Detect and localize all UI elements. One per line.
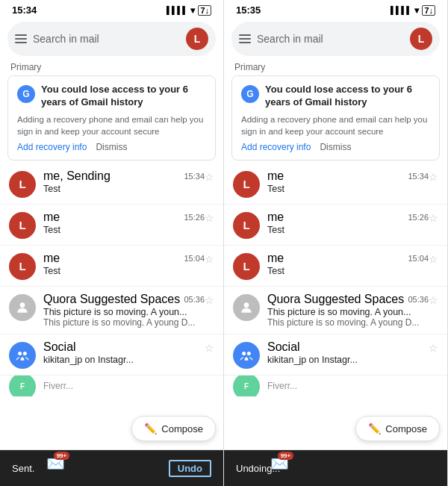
dismiss-button[interactable]: Dismiss [96,142,127,152]
svg-point-3 [244,302,249,308]
snackbar: Undoing... [224,450,447,486]
email-content: Social kikitan_jp on Instagr... [43,340,205,365]
gmail-g-icon: G [241,85,259,103]
fiverr-partial-item[interactable]: F Fiverr... [224,376,447,396]
email-content: Quora Suggested Spaces 05:36 This pictur… [267,293,429,328]
search-placeholder-text: Search in mail [33,33,180,45]
email-time: 05:36 [408,295,429,304]
email-preview: This picture is so moving. A young D... [43,317,205,328]
email-time: 15:34 [184,172,205,181]
sender-name: Social [267,340,300,354]
snackbar-message: Sent. [12,463,34,474]
star-icon[interactable]: ☆ [205,342,214,354]
star-icon[interactable]: ☆ [429,253,438,265]
promo-title: You could lose access to your 6 years of… [41,84,206,109]
email-avatar: L [9,171,36,198]
gmail-promo-card: G You could lose access to your 6 years … [231,75,440,161]
nav-mail-item[interactable]: ✉️ 99+ [46,455,65,473]
user-avatar[interactable]: L [186,28,208,50]
compose-pencil-icon: ✏️ [368,423,381,434]
status-bar: 15:34 ▌▌▌▌ ▾ 7↓ [0,0,223,19]
email-item[interactable]: L me 15:04 Test ☆ [224,246,447,287]
star-icon[interactable]: ☆ [429,212,438,224]
signal-icon: ▌▌▌▌ [167,6,187,14]
snackbar: Sent. Undo [0,450,223,486]
star-icon[interactable]: ☆ [205,294,214,306]
battery-icon: 7↓ [422,5,435,16]
email-item[interactable]: L me 15:26 Test ☆ [224,205,447,246]
phone-panel-left: 15:34 ▌▌▌▌ ▾ 7↓ Search in mail L Primary… [0,0,224,486]
add-recovery-link[interactable]: Add recovery info [17,142,87,152]
email-subject: kikitan_jp on Instagr... [43,355,205,365]
email-time: 15:34 [408,172,429,181]
email-content: me 15:26 Test [267,211,429,235]
email-item[interactable]: L me, Sending 15:34 Test ☆ [0,163,223,205]
email-list: L me, Sending 15:34 Test ☆ L me 15:26 Te… [0,163,223,449]
email-item[interactable]: Social kikitan_jp on Instagr... ☆ [0,334,223,376]
email-item[interactable]: Quora Suggested Spaces 05:36 This pictur… [224,287,447,334]
sender-name: Quora Suggested Spaces [267,293,404,306]
compose-button[interactable]: ✏️ Compose [131,416,216,441]
compose-pencil-icon: ✏️ [144,423,157,434]
email-subject: Test [267,225,429,235]
star-icon[interactable]: ☆ [205,171,214,183]
sender-name: me [267,211,284,224]
sender-name: Social [43,340,76,354]
email-item[interactable]: Quora Suggested Spaces 05:36 This pictur… [0,287,223,334]
email-avatar [9,294,36,321]
hamburger-menu[interactable] [239,34,251,43]
sender-name: me [267,252,284,265]
email-subject: This picture is so moving. A youn... [267,307,429,317]
star-icon[interactable]: ☆ [429,342,438,354]
email-item[interactable]: L me 15:04 Test ☆ [0,246,223,287]
mail-badge-count: 99+ [278,452,294,460]
star-icon[interactable]: ☆ [205,253,214,265]
status-time: 15:34 [12,4,37,16]
email-item[interactable]: L me 15:26 Test ☆ [0,205,223,246]
status-icons: ▌▌▌▌ ▾ 7↓ [167,5,211,16]
sender-name: me, Sending [43,169,111,183]
add-recovery-link[interactable]: Add recovery info [241,142,311,152]
undo-button[interactable]: Undo [169,460,211,477]
email-avatar: L [9,253,36,280]
email-content: me 15:04 Test [43,252,205,276]
status-bar: 15:35 ▌▌▌▌ ▾ 7↓ [224,0,447,19]
email-list: L me 15:34 Test ☆ L me 15:26 Test ☆ [224,163,447,449]
star-icon[interactable]: ☆ [205,212,214,224]
search-bar[interactable]: Search in mail L [7,22,216,56]
compose-button[interactable]: ✏️ Compose [355,416,440,441]
status-time: 15:35 [236,4,261,16]
user-avatar[interactable]: L [410,28,432,50]
promo-title: You could lose access to your 6 years of… [265,84,430,109]
star-icon[interactable]: ☆ [429,171,438,183]
promo-body: Adding a recovery phone and email can he… [17,113,206,137]
email-item[interactable]: L me 15:34 Test ☆ [224,163,447,205]
email-subject: kikitan_jp on Instagr... [267,355,429,365]
email-avatar: L [9,212,36,239]
compose-label: Compose [161,423,203,434]
svg-point-2 [23,352,27,355]
dismiss-button[interactable]: Dismiss [320,142,351,152]
email-item[interactable]: Social kikitan_jp on Instagr... ☆ [224,334,447,376]
svg-point-4 [242,352,246,355]
mail-badge-count: 99+ [54,452,70,460]
fiverr-partial-item[interactable]: F Fiverr... [0,376,223,396]
sender-name: me [43,252,60,265]
search-placeholder-text: Search in mail [257,33,404,45]
email-content: Social kikitan_jp on Instagr... [267,340,429,365]
star-icon[interactable]: ☆ [429,294,438,306]
nav-mail-item[interactable]: ✉️ 99+ [270,455,289,473]
fiverr-label: Fiverr... [267,381,297,391]
section-primary-label: Primary [224,60,447,75]
hamburger-menu[interactable] [15,34,27,43]
svg-point-1 [18,352,22,355]
svg-point-5 [247,352,251,355]
email-content: Quora Suggested Spaces 05:36 This pictur… [43,293,205,328]
email-content: me 15:04 Test [267,252,429,276]
email-subject: Test [267,184,429,194]
email-time: 15:26 [184,213,205,222]
email-time: 15:04 [408,254,429,263]
wifi-icon: ▾ [414,5,419,16]
email-subject: This picture is so moving. A youn... [43,307,205,317]
search-bar[interactable]: Search in mail L [231,22,440,56]
